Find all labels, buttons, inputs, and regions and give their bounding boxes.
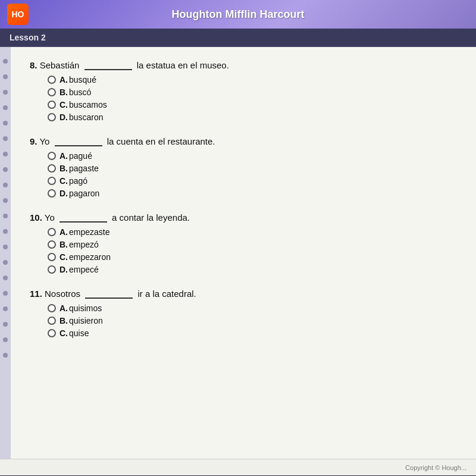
copyright-bar: Copyright © Hough... bbox=[0, 459, 476, 475]
option-item[interactable]: B. pagaste bbox=[48, 164, 458, 173]
dot bbox=[3, 121, 8, 126]
option-text: buscaron bbox=[69, 112, 104, 122]
question-number: 10. bbox=[30, 212, 42, 223]
screen: HO Houghton Mifflin Harcourt Lesson 2 bbox=[0, 0, 476, 476]
copyright-text: Copyright © Hough... bbox=[405, 464, 466, 471]
lesson-label: Lesson 2 bbox=[10, 33, 46, 42]
lesson-bar: Lesson 2 bbox=[0, 29, 476, 47]
blank bbox=[60, 211, 107, 223]
dot bbox=[3, 152, 8, 156]
options-list: A. empezasteB. empezóC. empezaronD. empe… bbox=[48, 227, 458, 274]
option-letter: A. bbox=[60, 303, 68, 313]
radio-button[interactable] bbox=[48, 304, 56, 312]
option-item[interactable]: C. quise bbox=[48, 328, 458, 338]
option-text: empezaron bbox=[69, 252, 111, 262]
logo-text: HO bbox=[12, 10, 24, 19]
question-text: 8. Sebastián la estatua en el museo. bbox=[30, 59, 458, 70]
option-item[interactable]: A. busqué bbox=[48, 75, 458, 84]
radio-button[interactable] bbox=[48, 88, 56, 96]
option-letter: A. bbox=[60, 75, 68, 84]
blank bbox=[84, 59, 132, 70]
radio-button[interactable] bbox=[48, 164, 56, 173]
radio-button[interactable] bbox=[48, 253, 56, 261]
option-letter: D. bbox=[60, 265, 68, 274]
radio-button[interactable] bbox=[48, 265, 56, 274]
dot bbox=[3, 90, 8, 95]
dot bbox=[3, 74, 8, 79]
dot bbox=[3, 229, 8, 234]
dot bbox=[3, 198, 8, 203]
option-letter: C. bbox=[60, 328, 68, 338]
question-number: 11. bbox=[30, 289, 42, 299]
header-logo: HO bbox=[7, 4, 29, 25]
option-text: empezó bbox=[69, 240, 99, 249]
option-letter: B. bbox=[60, 164, 68, 173]
radio-button[interactable] bbox=[48, 189, 56, 198]
dot bbox=[3, 105, 8, 110]
option-letter: A. bbox=[60, 151, 68, 161]
option-text: quisimos bbox=[69, 303, 102, 313]
option-item[interactable]: D. buscaron bbox=[48, 112, 458, 122]
left-decoration bbox=[0, 47, 11, 475]
dot bbox=[3, 291, 8, 296]
radio-button[interactable] bbox=[48, 152, 56, 160]
option-text: empezaste bbox=[69, 227, 109, 237]
radio-button[interactable] bbox=[48, 228, 56, 236]
options-list: A. busquéB. buscóC. buscamosD. buscaron bbox=[48, 75, 458, 122]
dot bbox=[3, 260, 8, 265]
radio-button[interactable] bbox=[48, 329, 56, 337]
question-block: 10. Yo a contar la leyenda.A. empezasteB… bbox=[30, 211, 458, 274]
option-letter: B. bbox=[60, 316, 68, 325]
question-text: 9. Yo la cuenta en el restaurante. bbox=[30, 135, 458, 146]
radio-button[interactable] bbox=[48, 101, 56, 109]
question-text: 10. Yo a contar la leyenda. bbox=[30, 211, 458, 223]
dot bbox=[3, 275, 8, 280]
dot bbox=[3, 306, 8, 311]
option-item[interactable]: D. empecé bbox=[48, 265, 458, 274]
radio-button[interactable] bbox=[48, 317, 56, 325]
option-item[interactable]: C. pagó bbox=[48, 176, 458, 186]
dot bbox=[3, 322, 8, 327]
option-letter: C. bbox=[60, 100, 68, 109]
radio-button[interactable] bbox=[48, 240, 56, 249]
question-text: 11. Nosotros ir a la catedral. bbox=[30, 287, 458, 299]
options-list: A. paguéB. pagasteC. pagóD. pagaron bbox=[48, 151, 458, 198]
dot bbox=[3, 59, 8, 64]
option-letter: B. bbox=[60, 240, 68, 249]
option-text: busqué bbox=[69, 75, 96, 84]
dot bbox=[3, 167, 8, 172]
option-item[interactable]: A. quisimos bbox=[48, 303, 458, 313]
question-number: 9. bbox=[30, 136, 37, 146]
option-text: buscamos bbox=[69, 100, 107, 109]
dot bbox=[3, 136, 8, 141]
content-area: 8. Sebastián la estatua en el museo.A. b… bbox=[0, 47, 476, 475]
option-text: buscó bbox=[69, 87, 91, 97]
option-text: empecé bbox=[69, 265, 99, 274]
option-letter: D. bbox=[60, 189, 68, 198]
option-item[interactable]: C. empezaron bbox=[48, 252, 458, 262]
option-letter: B. bbox=[60, 87, 68, 97]
blank bbox=[55, 135, 102, 146]
option-item[interactable]: B. empezó bbox=[48, 240, 458, 249]
dot bbox=[3, 214, 8, 218]
radio-button[interactable] bbox=[48, 177, 56, 185]
option-item[interactable]: A. empezaste bbox=[48, 227, 458, 237]
option-item[interactable]: B. buscó bbox=[48, 87, 458, 97]
option-letter: D. bbox=[60, 112, 68, 122]
option-item[interactable]: D. pagaron bbox=[48, 189, 458, 198]
options-list: A. quisimosB. quisieronC. quise bbox=[48, 303, 458, 338]
option-text: pagó bbox=[69, 176, 87, 186]
option-item[interactable]: B. quisieron bbox=[48, 316, 458, 325]
dot bbox=[3, 245, 8, 249]
dot bbox=[3, 353, 8, 358]
dot bbox=[3, 337, 8, 342]
question-number: 8. bbox=[30, 60, 37, 70]
question-block: 9. Yo la cuenta en el restaurante.A. pag… bbox=[30, 135, 458, 198]
radio-button[interactable] bbox=[48, 113, 56, 121]
radio-button[interactable] bbox=[48, 76, 56, 84]
option-item[interactable]: C. buscamos bbox=[48, 100, 458, 109]
option-item[interactable]: A. pagué bbox=[48, 151, 458, 161]
dot bbox=[3, 183, 8, 187]
option-letter: C. bbox=[60, 176, 68, 186]
option-text: pagaron bbox=[69, 189, 99, 198]
